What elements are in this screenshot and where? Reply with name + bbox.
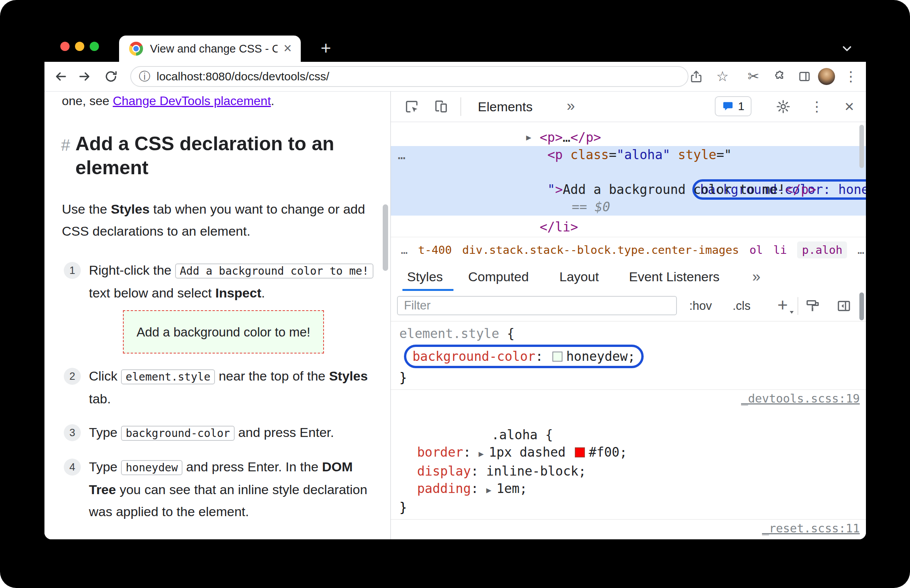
dom-selected-line-4: == $0 (572, 198, 610, 216)
device-toolbar-icon[interactable] (433, 99, 449, 114)
annotation-circle-styles: background-color: honeydew; (404, 345, 644, 368)
rule-element-style-declaration[interactable]: background-color: honeydew; (391, 342, 866, 369)
toggle-hover-button[interactable]: :hov (689, 291, 712, 321)
chrome-favicon-icon (129, 42, 143, 56)
more-panels-icon[interactable]: » (567, 92, 575, 122)
lead-paragraph: Use the Styles tab when you want to chan… (62, 198, 390, 242)
close-window-button[interactable] (60, 42, 70, 51)
step-4-number: 4 (64, 459, 81, 476)
styles-filter-bar: :hov .cls + (391, 291, 866, 321)
dom-scrollbar[interactable] (859, 125, 864, 168)
expand-arrow-icon[interactable]: ▶ (526, 129, 531, 146)
scissors-extension-icon[interactable]: ✂ (745, 67, 762, 86)
docs-partial-line[interactable]: one, see Change DevTools placement. (62, 92, 376, 109)
toolbar-separator (460, 97, 461, 116)
docs-scrollbar[interactable] (383, 204, 388, 271)
forward-button[interactable] (78, 70, 92, 83)
devtools-menu-kebab-icon[interactable]: ⋮ (808, 97, 825, 116)
inspect-element-icon[interactable] (404, 99, 419, 114)
decl-display[interactable]: display: inline-block; (391, 462, 866, 480)
step-3-number: 3 (64, 424, 81, 441)
rule-element-style-selector[interactable]: element.style { (391, 325, 866, 342)
browser-window: View and change CSS - Chrom × + (44, 22, 866, 539)
rule-aloha-selector[interactable]: _devtools.scss:19 .aloha { (391, 389, 866, 444)
screenshot-background: View and change CSS - Chrom × + (0, 0, 910, 588)
filter-separator (798, 297, 798, 315)
page-title: # Add a CSS declaration to an element (75, 132, 354, 180)
step-1: 1 Right-click the Add a background color… (62, 259, 383, 353)
dom-gutter-ellipsis[interactable]: … (398, 146, 406, 163)
step-2-number: 2 (64, 368, 81, 385)
address-bar[interactable]: ⓘ localhost:8080/docs/devtools/css/ (130, 66, 688, 87)
devtools-toolbar: Elements » 1 ⋮ × (391, 92, 866, 122)
dom-tree: ▶ <p>…</p> … <p class="aloha" style=" ba… (391, 122, 866, 237)
issues-bubble-icon (722, 100, 734, 112)
source-link-devtools-scss[interactable]: _devtools.scss:19 (741, 390, 860, 407)
browser-toolbar: ⓘ localhost:8080/docs/devtools/css/ ☆ ✂ … (44, 62, 866, 92)
toggle-class-button[interactable]: .cls (733, 291, 751, 321)
devtools-close-icon[interactable]: × (841, 97, 858, 116)
heading-line-1: Add a CSS declaration to an (75, 132, 354, 156)
demo-target-box[interactable]: Add a background color to me! (123, 310, 324, 353)
page-content: one, see Change DevTools placement. # Ad… (44, 92, 866, 539)
tab-search-chevron-icon[interactable] (840, 42, 854, 56)
new-style-rule-dropdown-icon[interactable] (790, 311, 794, 314)
dom-selected-node[interactable]: … <p class="aloha" style=" background-co… (391, 146, 866, 216)
rendering-emulation-icon[interactable] (805, 298, 821, 314)
heading-anchor-hash[interactable]: # (61, 133, 70, 157)
tab-strip: View and change CSS - Chrom × + (44, 22, 866, 62)
step-1-text: Right-click the Add a background color t… (89, 263, 373, 300)
dom-selected-line-3[interactable]: ">Add a background color to me!</p> (547, 181, 816, 198)
tab-event-listeners[interactable]: Event Listeners (629, 262, 719, 291)
maximize-window-button[interactable] (90, 42, 99, 51)
decl-padding[interactable]: padding: ▶ 1em; (391, 480, 866, 499)
tab-styles[interactable]: Styles (407, 262, 443, 291)
url-text: localhost:8080/docs/devtools/css/ (157, 67, 329, 86)
docs-pane: one, see Change DevTools placement. # Ad… (44, 92, 390, 539)
back-button[interactable] (54, 70, 68, 83)
site-info-icon[interactable]: ⓘ (139, 67, 150, 86)
issues-counter[interactable]: 1 (715, 96, 752, 116)
minimize-window-button[interactable] (75, 42, 84, 51)
breadcrumb[interactable]: …t-400div.stack.stack--block.type.center… (391, 237, 866, 263)
rule-element-style-close: } (391, 369, 866, 386)
tab-layout[interactable]: Layout (559, 262, 599, 291)
side-panel-icon[interactable] (798, 70, 811, 83)
reload-button[interactable] (104, 70, 118, 83)
step-1-number: 1 (64, 262, 81, 279)
dom-selected-line-1[interactable]: <p class="aloha" style=" (547, 146, 732, 163)
new-style-rule-button[interactable]: + (777, 291, 788, 321)
profile-avatar[interactable] (818, 68, 835, 85)
dom-node-close-li[interactable]: </li> (540, 218, 578, 236)
issues-count: 1 (738, 100, 745, 113)
tab-title: View and change CSS - Chrom (150, 36, 278, 62)
steps-list: 1 Right-click the Add a background color… (62, 259, 376, 523)
bookmark-star-icon[interactable]: ☆ (714, 67, 731, 86)
rule-reset-selector-line1[interactable]: _reset.scss:11 body, h1, h2, h3, h4, h5,… (391, 519, 866, 539)
step-3: 3 Type background-color and press Enter. (62, 421, 383, 444)
share-icon[interactable] (689, 70, 703, 83)
step-2: 2 Click element.style near the top of th… (62, 365, 383, 410)
settings-gear-icon[interactable] (775, 99, 791, 114)
filter-input[interactable] (397, 296, 677, 315)
step-3-text: Type background-color and press Enter. (89, 425, 334, 440)
browser-chrome: ⓘ localhost:8080/docs/devtools/css/ ☆ ✂ … (44, 62, 866, 539)
source-link-reset-scss[interactable]: _reset.scss:11 (762, 520, 860, 537)
tab-computed[interactable]: Computed (468, 262, 529, 291)
browser-menu-kebab-icon[interactable]: ⋮ (842, 67, 859, 86)
toggle-sidebar-icon[interactable] (836, 298, 852, 314)
devtools-panel: Elements » 1 ⋮ × (390, 92, 866, 539)
extensions-puzzle-icon[interactable] (773, 70, 787, 83)
rule-aloha-close: } (391, 499, 866, 516)
styles-scrollbar[interactable] (859, 292, 864, 320)
more-tabs-icon[interactable]: » (752, 262, 760, 291)
demo-target-text[interactable]: Add a background color to me! (136, 321, 310, 343)
browser-tab[interactable]: View and change CSS - Chrom × (119, 36, 301, 62)
step-4: 4 Type honeydew and press Enter. In the … (62, 456, 383, 523)
tab-close-icon[interactable]: × (280, 41, 295, 56)
tab-elements[interactable]: Elements (478, 92, 533, 122)
dom-node-collapsed-p[interactable]: <p>…</p> (540, 129, 601, 146)
new-tab-button[interactable]: + (317, 39, 335, 58)
decl-border[interactable]: border: ▶ 1px dashed #f00; (391, 444, 866, 462)
step-2-text: Click element.style near the top of the … (89, 369, 368, 406)
